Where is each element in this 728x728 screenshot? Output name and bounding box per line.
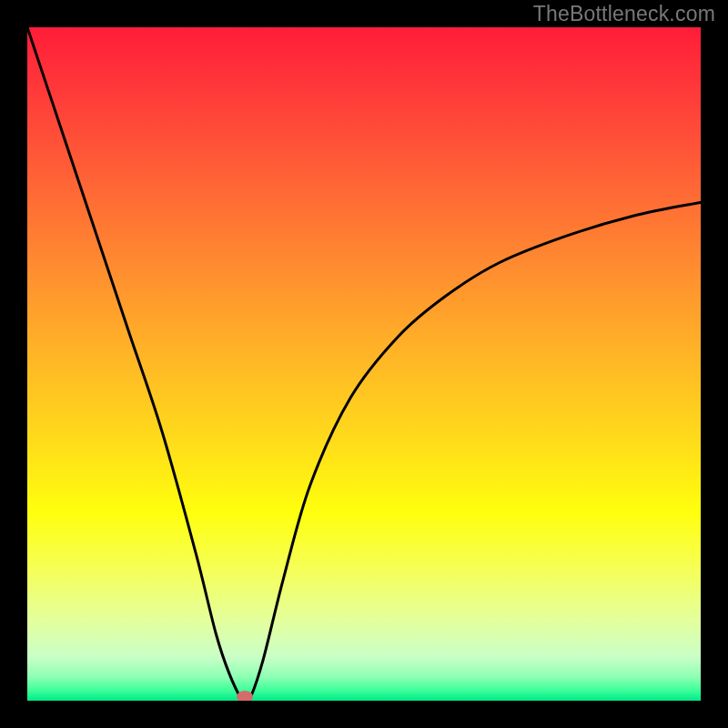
plot-area — [27, 27, 701, 701]
chart-svg — [27, 27, 701, 701]
chart-container: TheBottleneck.com — [0, 0, 728, 728]
gradient-background — [27, 27, 701, 701]
watermark-text: TheBottleneck.com — [533, 2, 715, 26]
